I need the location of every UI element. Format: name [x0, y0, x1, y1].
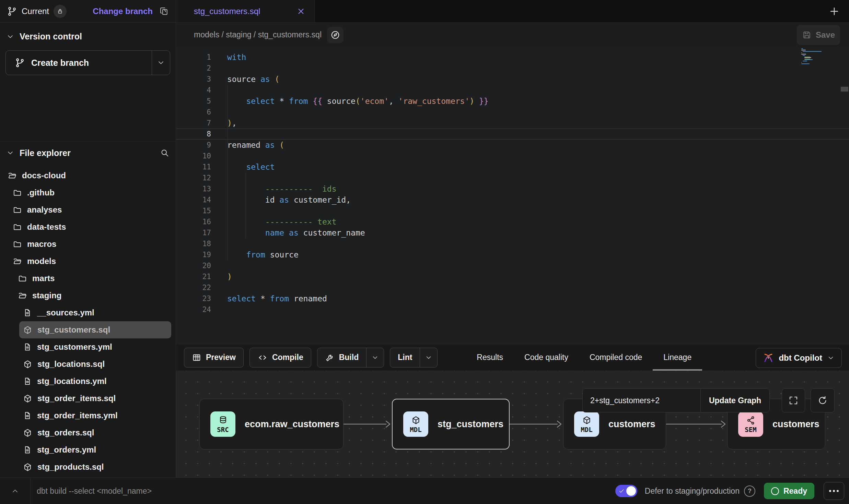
node-badge-mdl: MDL [574, 411, 599, 437]
panel-tab-results[interactable]: Results [466, 344, 514, 371]
panel-tab-compiled-code[interactable]: Compiled code [579, 344, 653, 371]
file-explorer-header[interactable]: File explorer [0, 142, 176, 164]
dbt-copilot-icon [763, 352, 774, 363]
defer-toggle[interactable] [615, 485, 637, 497]
tree-item-stg-locations-yml[interactable]: stg_locations.yml [0, 373, 176, 390]
code-line-7[interactable]: 7), [176, 118, 849, 129]
code-line-6[interactable]: 6 [176, 107, 849, 118]
tree-item-data-tests[interactable]: data-tests [0, 218, 176, 236]
tree-item-analyses[interactable]: analyses [0, 201, 176, 218]
panel-tab-lineage[interactable]: Lineage [653, 344, 702, 371]
build-button[interactable]: Build [317, 348, 367, 367]
editor-scrollbar-thumb[interactable] [841, 87, 848, 92]
code-line-14[interactable]: 14 id as customer_id, [176, 194, 849, 205]
ready-status-button[interactable]: Ready [764, 483, 814, 499]
create-branch-caret[interactable] [152, 51, 170, 75]
code-line-1[interactable]: 1with [176, 52, 849, 63]
tree-item-stg-customers-yml[interactable]: stg_customers.yml [0, 338, 176, 356]
code-line-5[interactable]: 5 select * from {{ source('ecom', 'raw_c… [176, 96, 849, 107]
tree-item-docs-cloud[interactable]: docs-cloud [0, 167, 176, 184]
code-line-18[interactable]: 18 [176, 238, 849, 249]
code-line-23[interactable]: 23select * from renamed [176, 293, 849, 304]
preview-label: Preview [206, 353, 236, 362]
copy-branch-icon[interactable] [159, 7, 169, 16]
code-line-11[interactable]: 11 select [176, 161, 849, 172]
panel-tab-code-quality[interactable]: Code quality [514, 344, 579, 371]
lineage-node-ecom-raw-customers[interactable]: SRCecom.raw_customers [199, 399, 344, 449]
code-line-24[interactable]: 24 [176, 304, 849, 315]
update-graph-button[interactable]: Update Graph [700, 389, 769, 412]
node-badge-mdl: MDL [403, 411, 428, 437]
node-badge-sem: SEM [738, 411, 763, 437]
dbt-copilot-button[interactable]: dbt Copilot [756, 348, 842, 368]
lineage-selector-input[interactable] [583, 389, 700, 412]
tree-item-staging[interactable]: staging [0, 287, 176, 304]
code-line-19[interactable]: 19 from source [176, 249, 849, 260]
code-editor[interactable]: 1with23source as (45 select * from {{ so… [176, 47, 849, 344]
code-line-21[interactable]: 21) [176, 271, 849, 282]
line-number: 20 [176, 260, 211, 271]
command-input[interactable]: dbt build --select <model_name> [37, 487, 152, 496]
code-line-15[interactable]: 15 [176, 205, 849, 216]
create-branch-button[interactable]: Create branch [6, 51, 152, 75]
code-line-10[interactable]: 10 [176, 151, 849, 161]
node-label: customers [772, 419, 819, 430]
line-number: 15 [176, 205, 211, 216]
dbt-cloud-ide: Current Change branch Version control Cr… [0, 0, 849, 504]
code-line-12[interactable]: 12 [176, 172, 849, 183]
new-tab-button[interactable] [828, 5, 840, 17]
code-line-22[interactable]: 22 [176, 282, 849, 293]
compile-button[interactable]: Compile [250, 348, 311, 367]
build-caret[interactable] [366, 348, 384, 367]
code-line-17[interactable]: 17 name as customer_name [176, 227, 849, 238]
editor-minimap[interactable] [801, 48, 821, 65]
breadcrumb: models / staging / stg_customers.sql [194, 30, 322, 39]
more-options-button[interactable] [824, 482, 844, 500]
tree-item-stg-orders-sql[interactable]: stg_orders.sql [0, 424, 176, 441]
refresh-button[interactable] [811, 388, 835, 412]
code-line-4[interactable]: 4 [176, 85, 849, 96]
tree-item-stg-products-sql[interactable]: stg_products.sql [0, 458, 176, 476]
code-line-9[interactable]: 9renamed as ( [176, 140, 849, 151]
help-icon[interactable]: ? [744, 485, 755, 497]
change-branch-link[interactable]: Change branch [93, 7, 153, 16]
fullscreen-button[interactable] [782, 388, 805, 412]
preview-button[interactable]: Preview [184, 348, 243, 367]
line-content: ) [211, 271, 232, 282]
line-content [211, 63, 227, 74]
close-icon[interactable] [296, 7, 305, 16]
indent-guide [228, 85, 228, 260]
lint-button[interactable]: Lint [390, 348, 420, 367]
tree-item-marts[interactable]: marts [0, 270, 176, 287]
tree-item-stg-orders-yml[interactable]: stg_orders.yml [0, 441, 176, 458]
code-line-8[interactable]: 8 [176, 129, 849, 140]
lint-caret[interactable] [420, 348, 437, 367]
code-line-3[interactable]: 3source as ( [176, 74, 849, 85]
tab-stg-customers[interactable]: stg_customers.sql [176, 0, 315, 22]
tree-item--sources-yml[interactable]: __sources.yml [0, 304, 176, 321]
search-icon[interactable] [160, 148, 170, 158]
line-content [211, 304, 227, 315]
code-line-13[interactable]: 13 ---------- ids [176, 183, 849, 194]
command-expand-button[interactable] [0, 478, 31, 504]
code-line-20[interactable]: 20 [176, 260, 849, 271]
copilot-compass-button[interactable] [327, 27, 344, 43]
version-control-section-header[interactable]: Version control [0, 23, 176, 45]
code-line-2[interactable]: 2 [176, 63, 849, 74]
tree-item-stg-order-items-sql[interactable]: stg_order_items.sql [0, 390, 176, 407]
ready-label: Ready [783, 487, 807, 496]
chevron-down-icon [157, 59, 165, 67]
tree-item-stg-locations-sql[interactable]: stg_locations.sql [0, 356, 176, 373]
node-label: ecom.raw_customers [245, 419, 339, 430]
save-button[interactable]: Save [797, 25, 840, 45]
tree-item-macros[interactable]: macros [0, 236, 176, 253]
line-content: ---------- ids [211, 183, 337, 194]
code-line-16[interactable]: 16 ---------- text [176, 216, 849, 227]
lineage-node-stg-customers[interactable]: MDLstg_customers [392, 399, 510, 449]
line-content: id as customer_id, [211, 194, 351, 205]
tree-item--github[interactable]: .github [0, 184, 176, 201]
status-circle-icon [771, 487, 779, 495]
tree-item-stg-customers-sql[interactable]: stg_customers.sql [19, 321, 171, 338]
tree-item-models[interactable]: models [0, 253, 176, 270]
tree-item-stg-order-items-yml[interactable]: stg_order_items.yml [0, 407, 176, 424]
